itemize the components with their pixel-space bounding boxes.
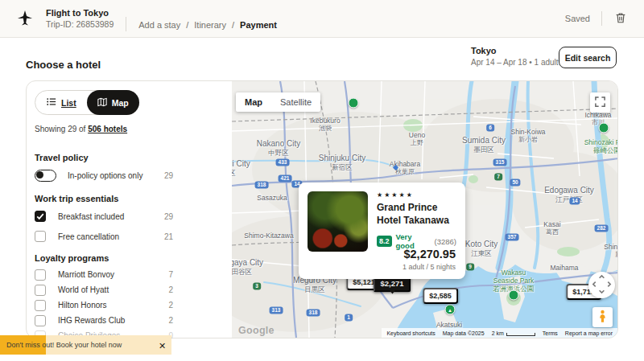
map-view-button[interactable]: Map (87, 90, 139, 115)
in-policy-row: In-policy options only 29 (35, 168, 173, 183)
filter-row-hyatt: World of Hyatt 2 (35, 283, 173, 297)
results-prefix: Showing 29 of (35, 125, 88, 133)
fullscreen-button[interactable] (590, 92, 610, 113)
hyatt-checkbox[interactable] (35, 285, 46, 296)
trip-id: Trip-ID: 26853989 (46, 19, 114, 29)
hotel-photo (308, 191, 368, 252)
eco-deal-marker[interactable]: ▴ (445, 305, 456, 315)
breadcrumb: Add a stay / Itinerary / Payment (138, 20, 277, 30)
airplane-icon (16, 10, 34, 27)
park-marker (349, 98, 359, 109)
list-view-button[interactable]: List (35, 97, 88, 108)
marriott-checkbox[interactable] (35, 269, 46, 281)
map-view-label: Map (112, 98, 129, 108)
in-policy-label: In-policy options only (68, 171, 164, 180)
toggle-knob (36, 171, 43, 178)
view-toggle: List Map (35, 90, 139, 115)
in-policy-count: 29 (164, 171, 173, 180)
delete-trip-button[interactable] (613, 11, 628, 26)
fullscreen-icon (594, 96, 606, 110)
hotel-price-block: $2,270.95 1 adult / 5 nights (402, 248, 456, 271)
breadcrumb-add-a-stay[interactable]: Add a stay (138, 20, 180, 30)
topbar: Flight to Tokyo Trip-ID: 26853989 Add a … (0, 0, 644, 38)
filter-row-hilton: Hilton Honors 2 (35, 298, 173, 312)
page-title: Choose a hotel (26, 59, 101, 71)
rating-score-badge: 8.2 (377, 236, 392, 247)
travel-policy-title: Travel policy (35, 153, 232, 162)
trash-icon (614, 14, 627, 27)
marriott-label: Marriott Bonvoy (58, 270, 168, 279)
google-logo: Google (238, 325, 275, 336)
promo-text: Don't miss out! Book your hotel now (0, 335, 171, 355)
park-marker (599, 123, 609, 133)
marriott-count: 7 (168, 270, 173, 279)
free-cancellation-count: 21 (164, 232, 173, 241)
list-view-label: List (61, 98, 76, 108)
results-count-link[interactable]: 506 hotels (88, 125, 127, 133)
free-cancellation-label: Free cancellation (58, 232, 164, 241)
breadcrumb-payment[interactable]: Payment (240, 20, 277, 30)
filter-row-breakfast: Breakfast included 29 (35, 209, 173, 224)
hyatt-count: 2 (168, 285, 173, 294)
destination: Tokyo (471, 46, 559, 55)
terms-link[interactable]: Terms (543, 330, 558, 336)
keyboard-shortcuts-link[interactable]: Keyboard shortcuts (386, 330, 435, 336)
hotel-name: Grand Prince Hotel Takanawa (377, 202, 464, 227)
filters-sidebar: List Map Showing 29 of 506 hotels Travel… (27, 81, 232, 338)
list-icon (47, 97, 56, 108)
trip-meta: Flight to Tokyo Trip-ID: 26853989 (46, 8, 114, 29)
check-icon (36, 209, 44, 224)
hotel-price-caption: 1 adult / 5 nights (402, 263, 456, 271)
search-summary: Tokyo Apr 14 – Apr 18 • 1 adult (471, 46, 559, 67)
park-marker (509, 290, 519, 301)
hilton-label: Hilton Honors (58, 301, 168, 310)
hotel-card[interactable]: ★★★★★ Grand Prince Hotel Takanawa 8.2 Ve… (299, 183, 465, 279)
breadcrumb-separator: / (186, 20, 188, 30)
hilton-count: 2 (168, 301, 173, 310)
price-pin[interactable]: $2,585 (423, 288, 458, 304)
work-trip-title: Work trip essentials (35, 194, 232, 203)
ihg-checkbox[interactable] (35, 315, 46, 326)
map-attribution: Keyboard shortcuts Map data ©2025 2 km T… (382, 328, 617, 338)
pan-control[interactable] (588, 272, 615, 298)
pegman-icon (595, 309, 610, 326)
map-icon (97, 97, 107, 109)
results-summary: Showing 29 of 506 hotels (35, 125, 232, 133)
in-policy-toggle[interactable] (35, 170, 56, 182)
promo-close-button[interactable]: ✕ (154, 335, 168, 355)
filter-row-ihg: IHG Rewards Club 2 (35, 314, 173, 327)
hilton-checkbox[interactable] (35, 300, 46, 311)
topbar-right: Saved (565, 11, 628, 26)
pan-arrows-icon (591, 273, 613, 297)
map-type-map[interactable]: Map (236, 97, 271, 107)
scale-label: 2 km (492, 330, 504, 336)
promo-banner: Don't miss out! Book your hotel now ✕ (0, 335, 171, 355)
scale-bar (506, 333, 535, 336)
map-data-label: Map data ©2025 (443, 330, 485, 336)
hotel-map[interactable]: Ikebukuro池袋 Nakano City中野区 Shinjuku City… (232, 81, 617, 338)
content-panel: List Map Showing 29 of 506 hotels Travel… (26, 80, 618, 338)
report-map-error-link[interactable]: Report a map error (565, 330, 613, 336)
topbar-divider (126, 17, 126, 31)
saved-status: Saved (565, 14, 590, 23)
hotel-price: $2,270.95 (402, 248, 456, 260)
date-summary: Apr 14 – Apr 18 • 1 adult (471, 58, 559, 67)
review-count: (3286) (435, 237, 456, 246)
free-cancellation-checkbox[interactable] (35, 231, 46, 242)
loyalty-title: Loyalty programs (35, 253, 232, 263)
breadcrumb-itinerary[interactable]: Itinerary (194, 20, 226, 30)
breakfast-count: 29 (164, 212, 173, 221)
ihg-count: 2 (168, 316, 173, 325)
ihg-label: IHG Rewards Club (58, 316, 168, 325)
filter-row-free-cancellation: Free cancellation 21 (35, 229, 173, 244)
topbar-divider (601, 11, 602, 26)
street-view-pegman[interactable] (592, 307, 613, 327)
breakfast-checkbox[interactable] (35, 211, 46, 222)
hyatt-label: World of Hyatt (58, 285, 168, 294)
breadcrumb-separator: / (232, 20, 234, 30)
map-type-satellite[interactable]: Satellite (271, 97, 320, 107)
hotel-info: ★★★★★ Grand Prince Hotel Takanawa 8.2 Ve… (377, 191, 456, 250)
star-rating: ★★★★★ (377, 191, 456, 199)
breakfast-label: Breakfast included (58, 212, 164, 221)
edit-search-button[interactable]: Edit search (559, 47, 617, 68)
